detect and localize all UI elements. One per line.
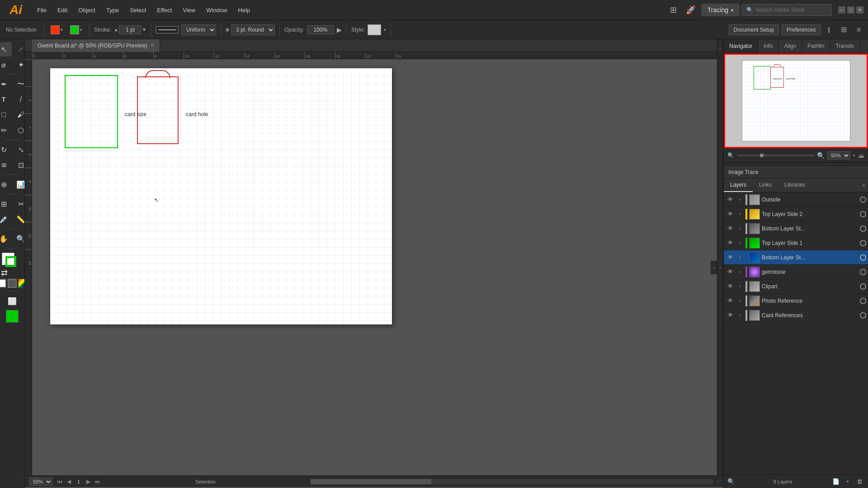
canvas-scroll[interactable]: card size card hole ↖ ›: [32, 59, 717, 475]
layer-row-clipart[interactable]: 👁 › Clipart: [724, 279, 868, 294]
tab-align[interactable]: Align: [778, 39, 802, 53]
stroke-value[interactable]: 1 pt: [119, 25, 142, 34]
document-tab[interactable]: Gwent Board.ai* @ 50% (RGB/GPU Preview) …: [32, 39, 160, 52]
make-sublayer-button[interactable]: 📄: [831, 477, 841, 487]
zoom-slider[interactable]: [737, 155, 814, 156]
style-dropdown[interactable]: ▾: [384, 28, 386, 32]
layer-gemstone-visibility[interactable]: 👁: [726, 267, 735, 277]
layers-tab-layers[interactable]: Layers: [724, 178, 753, 192]
layer-row-photo-ref[interactable]: 👁 › Photo Reference: [724, 294, 868, 308]
menu-edit[interactable]: Edit: [53, 5, 72, 15]
layers-tab-links[interactable]: Links: [753, 178, 778, 192]
opacity-arrow[interactable]: ▶: [337, 26, 342, 33]
preferences-button[interactable]: Preferences: [782, 24, 821, 35]
menu-help[interactable]: Help: [233, 5, 255, 15]
fill-dropdown-arrow[interactable]: ▾: [61, 28, 63, 32]
maximize-button[interactable]: □: [847, 6, 854, 14]
stroke-uniform-select[interactable]: Uniform: [181, 24, 216, 35]
stroke-color-area[interactable]: ▾: [68, 24, 85, 36]
select-tool[interactable]: ↖: [0, 42, 12, 56]
pencil-tool[interactable]: ✏: [0, 123, 12, 137]
layer-bottom1-visibility[interactable]: 👁: [726, 224, 735, 233]
tab-transform[interactable]: Transfo: [830, 39, 859, 53]
tab-pathfinder[interactable]: Pathfin: [802, 39, 830, 53]
layer-clipart-visibility[interactable]: 👁: [726, 282, 735, 291]
more-icon[interactable]: ≡: [853, 24, 864, 36]
search-bar[interactable]: 🔍: [741, 4, 832, 16]
layer-photo-ref-expand[interactable]: ›: [736, 297, 744, 305]
stroke-color-dropdown[interactable]: ▾: [80, 28, 82, 32]
fill-none-swatch[interactable]: [0, 279, 6, 288]
pen-tool[interactable]: ✒: [0, 77, 12, 91]
magic-wand-tool[interactable]: ✦: [13, 57, 25, 72]
zoom-out-icon[interactable]: 🔍: [727, 152, 734, 159]
layer-row-bottom-1[interactable]: 👁 › Bottom Layer St...: [724, 221, 868, 236]
page-prev-start[interactable]: ⏮: [57, 479, 62, 485]
close-tab-icon[interactable]: ✕: [150, 42, 154, 48]
layers-tab-libraries[interactable]: Libraries: [778, 178, 811, 192]
eyedropper-tool[interactable]: 💉: [0, 212, 12, 226]
layer-top-side2-expand[interactable]: ›: [736, 211, 744, 218]
curvature-tool[interactable]: 〜: [13, 77, 25, 91]
layer-top-side1-target[interactable]: [860, 240, 866, 246]
layer-bottom2-expand[interactable]: ›: [736, 254, 744, 261]
search-input[interactable]: [755, 7, 823, 13]
close-button[interactable]: ✕: [856, 6, 863, 14]
shaper-tool[interactable]: ⬡: [13, 123, 25, 137]
stroke-value-area[interactable]: ▲ 1 pt ▼: [114, 25, 146, 34]
scrollbar-thumb[interactable]: [311, 479, 431, 484]
grid-icon[interactable]: ⊞: [666, 3, 680, 17]
layer-clipart-expand[interactable]: ›: [736, 283, 744, 290]
rotate-tool[interactable]: ↻: [0, 142, 12, 157]
layer-row-top-side-2[interactable]: 👁 › Top Layer Side 2: [724, 207, 868, 221]
page-next-end[interactable]: ⏭: [95, 479, 100, 485]
zoom-select[interactable]: 50%: [29, 478, 52, 486]
page-next[interactable]: ▶: [86, 479, 90, 485]
paintbrush-tool[interactable]: 🖌: [13, 108, 25, 122]
layer-outside-expand[interactable]: ›: [736, 196, 744, 203]
delete-layer-button[interactable]: 🗑: [854, 477, 864, 487]
rectangle-tool[interactable]: □: [0, 108, 12, 122]
layer-card-refs-expand[interactable]: ›: [736, 312, 744, 319]
scroll-right-arrow[interactable]: ›: [711, 261, 717, 274]
layer-photo-ref-target[interactable]: [860, 298, 866, 304]
line-tool[interactable]: /: [13, 92, 25, 107]
layer-row-gemstone[interactable]: 👁 › gemstone: [724, 265, 868, 279]
layer-row-outside[interactable]: 👁 › Outside: [724, 192, 868, 207]
stroke-swatch[interactable]: [5, 256, 16, 267]
layer-card-refs-target[interactable]: [860, 312, 866, 319]
layer-top-side2-target[interactable]: [860, 211, 866, 217]
layer-photo-ref-visibility[interactable]: 👁: [726, 296, 735, 305]
free-transform-tool[interactable]: ⊡: [13, 158, 25, 172]
symbol-tool[interactable]: ⊕: [0, 177, 12, 192]
tab-navigator[interactable]: Navigator: [724, 39, 758, 53]
align-icon[interactable]: ⫿: [824, 24, 835, 36]
layer-top-side2-visibility[interactable]: 👁: [726, 210, 735, 219]
nav-mountains-icon[interactable]: ⛰: [858, 152, 864, 159]
layer-row-top-side-1[interactable]: 👁 › Top Layer Side 1: [724, 236, 868, 250]
tab-info[interactable]: Info: [758, 39, 778, 53]
artboard-tool[interactable]: ⊞: [0, 197, 12, 211]
layer-bottom2-target[interactable]: [860, 254, 866, 261]
menu-view[interactable]: View: [178, 5, 200, 15]
direct-select-tool[interactable]: ⟋: [13, 42, 25, 56]
stroke-none-swatch[interactable]: [8, 279, 17, 288]
type-tool[interactable]: T: [0, 92, 12, 107]
fill-color-area[interactable]: ▾: [48, 24, 65, 36]
layers-menu-icon[interactable]: ≡: [862, 182, 865, 188]
green-color-swatch[interactable]: [6, 310, 19, 323]
tracing-button[interactable]: Tracing ▾: [701, 4, 740, 16]
layer-row-card-refs[interactable]: 👁 › Card References: [724, 308, 868, 323]
right-panel-collapse[interactable]: ›: [717, 59, 723, 475]
menu-select[interactable]: Select: [125, 5, 151, 15]
layer-clipart-target[interactable]: [860, 283, 866, 290]
layer-gemstone-target[interactable]: [860, 269, 866, 275]
menu-file[interactable]: File: [33, 5, 51, 15]
layer-outside-target[interactable]: [860, 197, 866, 203]
zoom-in-icon[interactable]: 🔍: [817, 152, 825, 159]
opacity-value[interactable]: 100%: [307, 25, 334, 34]
search-layers-icon[interactable]: 🔍: [727, 478, 735, 485]
menu-effect[interactable]: Effect: [152, 5, 176, 15]
brush-style-select[interactable]: 3 pt. Round: [231, 24, 275, 35]
menu-object[interactable]: Object: [74, 5, 100, 15]
